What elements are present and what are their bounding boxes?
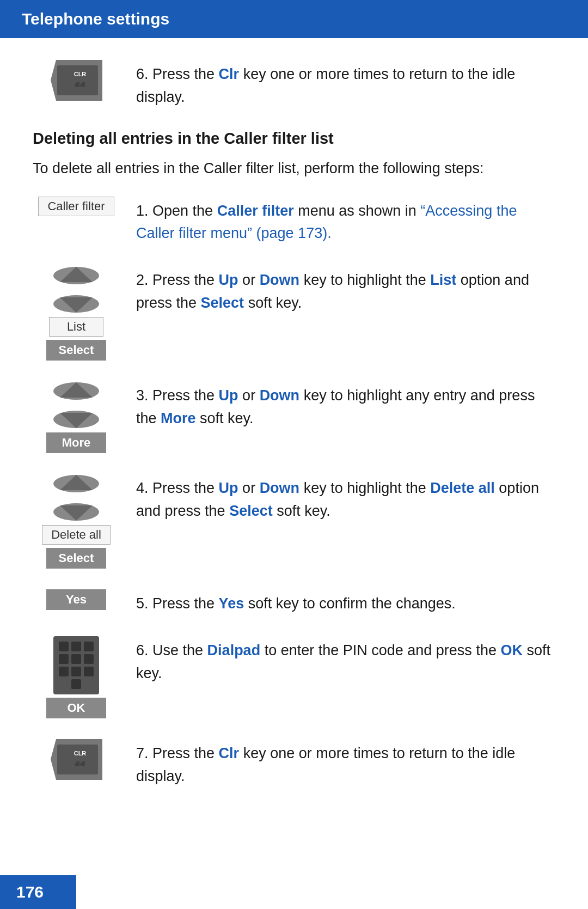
step4-up: Up (219, 480, 238, 496)
step3-more: More (161, 410, 196, 426)
step4-text-before: Press the (152, 480, 219, 496)
yes-softkey: Yes (46, 589, 106, 610)
step-6-icon-col: OK (33, 636, 120, 718)
nav-keys-up-down-2 (49, 266, 103, 314)
ok-softkey: OK (46, 698, 106, 718)
dialpad-icon (53, 636, 99, 694)
step-6-row: OK 6. Use the Dialpad to enter the PIN c… (33, 636, 555, 718)
page-footer: 176 (0, 875, 76, 909)
clr-key-svg: CLR ⬛⬛ (51, 60, 102, 101)
svg-text:⬛⬛: ⬛⬛ (75, 82, 85, 87)
step-2-text: 2. Press the Up or Down key to highlight… (136, 266, 555, 315)
step7-number: 7. (136, 745, 149, 761)
step2-select: Select (201, 295, 244, 311)
step-7-text: 7. Press the Clr key one or more times t… (136, 739, 555, 788)
step-1-icon-col: Caller filter (33, 197, 120, 216)
step1-number: 1. (136, 203, 149, 219)
step-3-icon-col: More (33, 381, 120, 453)
step5-number: 5. (136, 595, 149, 612)
step6-dialpad: Dialpad (207, 642, 261, 658)
svg-text:CLR: CLR (74, 750, 86, 757)
clr-key-icon-pre: CLR ⬛⬛ (33, 60, 120, 101)
step4-delete-all: Delete all (430, 480, 495, 496)
step2-list: List (430, 272, 456, 288)
step6-number: 6. (136, 642, 149, 658)
step4-select: Select (229, 503, 273, 519)
step6-ok: OK (500, 642, 523, 658)
step4-text-mid: key to highlight the (299, 480, 430, 496)
select-softkey-2: Select (46, 340, 106, 361)
step1-text-after: menu as shown in (294, 203, 421, 219)
step1-text-before: Open the (152, 203, 217, 219)
pre-step-6: CLR ⬛⬛ 6. Press the Clr key one or more … (33, 60, 555, 109)
step4-text-end: soft key. (273, 503, 330, 519)
step2-text-mid: key to highlight the (299, 272, 430, 288)
step-2-row: List Select 2. Press the Up or Down key … (33, 266, 555, 361)
step1-caller-filter-label: Caller filter (217, 203, 294, 219)
step-7-icon-col: CLR ⬛⬛ (33, 739, 120, 780)
step3-down: Down (260, 387, 300, 404)
header-title: Telephone settings (22, 10, 169, 28)
step3-text-end: soft key. (196, 410, 254, 426)
step7-clr: Clr (219, 745, 240, 761)
step-3-row: More 3. Press the Up or Down key to high… (33, 381, 555, 453)
page-header: Telephone settings (0, 0, 588, 38)
step-2-icon-col: List Select (33, 266, 120, 361)
step-4-row: Delete all Select 4. Press the Up or Dow… (33, 474, 555, 569)
step6-text-mid: to enter the PIN code and press the (260, 642, 500, 658)
step5-yes: Yes (219, 595, 244, 612)
page-number: 176 (16, 883, 44, 901)
nav-key-svg-4 (49, 474, 103, 522)
step-6-text: 6. Use the Dialpad to enter the PIN code… (136, 636, 555, 685)
step4-down: Down (260, 480, 300, 496)
step2-text-end: soft key. (244, 295, 302, 311)
step6-text-before: Use the (152, 642, 207, 658)
step-7-row: CLR ⬛⬛ 7. Press the Clr key one or more … (33, 739, 555, 788)
caller-filter-screen: Caller filter (38, 197, 114, 216)
list-screen: List (49, 317, 103, 337)
clr-key-svg-7: CLR ⬛⬛ (51, 739, 102, 780)
step-4-icon-col: Delete all Select (33, 474, 120, 569)
step2-text-before: Press the (152, 272, 219, 288)
step3-number: 3. (136, 387, 149, 404)
pre-step6-number: 6. (136, 66, 149, 82)
delete-all-screen: Delete all (42, 525, 111, 545)
step2-down: Down (260, 272, 300, 288)
svg-rect-17 (57, 745, 98, 774)
nav-key-svg-3 (49, 381, 103, 429)
step-5-icon-col: Yes (33, 589, 120, 610)
svg-text:⬛⬛: ⬛⬛ (75, 761, 85, 766)
pre-step-6-text: 6. Press the Clr key one or more times t… (136, 60, 555, 109)
step5-text-before: Press the (152, 595, 219, 612)
svg-rect-1 (57, 65, 98, 95)
step7-text-before: Press the (152, 745, 219, 761)
step-1-row: Caller filter 1. Open the Caller filter … (33, 197, 555, 246)
step3-up: Up (219, 387, 238, 404)
step-4-text: 4. Press the Up or Down key to highlight… (136, 474, 555, 523)
select-softkey-4: Select (46, 548, 106, 569)
step-3-text: 3. Press the Up or Down key to highlight… (136, 381, 555, 430)
step-5-text: 5. Press the Yes soft key to confirm the… (136, 589, 555, 615)
step-5-row: Yes 5. Press the Yes soft key to confirm… (33, 589, 555, 615)
step4-number: 4. (136, 480, 149, 496)
pre-step6-text-before: Press the (152, 66, 219, 82)
more-softkey: More (46, 432, 106, 453)
step2-number: 2. (136, 272, 149, 288)
section-intro: To delete all entries in the Caller filt… (33, 157, 555, 180)
section-heading: Deleting all entries in the Caller filte… (33, 130, 555, 148)
page-content: CLR ⬛⬛ 6. Press the Clr key one or more … (0, 60, 588, 874)
nav-key-svg-2 (49, 266, 103, 314)
step2-up: Up (219, 272, 238, 288)
svg-text:CLR: CLR (74, 71, 86, 77)
pre-step6-clr-label: Clr (219, 66, 240, 82)
step-1-text: 1. Open the Caller filter menu as shown … (136, 197, 555, 246)
step3-text-before: Press the (152, 387, 219, 404)
step5-text-after: soft key to confirm the changes. (244, 595, 456, 612)
